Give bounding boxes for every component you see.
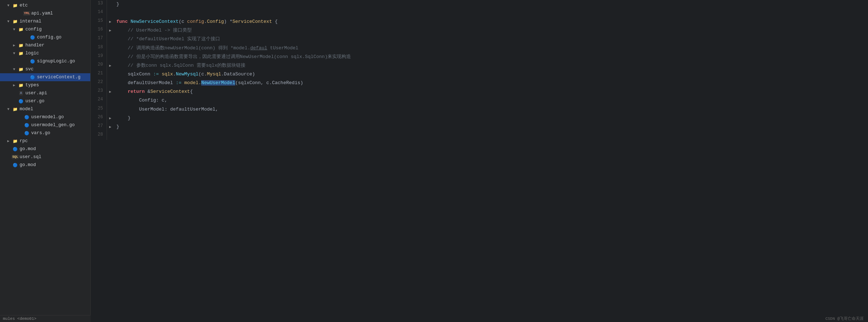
tree-label: api.yaml (31, 11, 53, 16)
tree-label: logic (25, 51, 39, 56)
file-icon-api: A (18, 90, 24, 96)
status-bar: CSDN @飞哥亡命天涯 (821, 315, 868, 322)
file-icon-folder: 📁 (18, 50, 24, 56)
code-line-14: 14 (91, 9, 868, 17)
tree-label: vars.go (31, 131, 50, 136)
tree-label: etc (20, 3, 28, 8)
tree-item-rpc-folder[interactable]: ▶📁rpc (0, 137, 90, 145)
tree-item-go-mod[interactable]: 🔵go.mod (0, 145, 90, 153)
tree-item-handler-folder[interactable]: ▶📁handler (0, 41, 90, 49)
code-line-26: 26 ▶ } (91, 114, 868, 123)
tree-item-go-mod2[interactable]: 🔵go.mod (0, 161, 90, 169)
code-line-25: 25 UserModel: defaultUserModel, (91, 105, 868, 114)
tree-label: svc (25, 67, 34, 72)
tree-label: go.mod (20, 162, 36, 168)
code-line-28: 28 (91, 131, 868, 140)
tree-arrow: ▼ (7, 20, 12, 24)
tree-arrow: ▼ (13, 28, 18, 32)
file-icon-go: 🔵 (18, 98, 24, 104)
tree-label: signupLogic.go (37, 59, 75, 64)
tree-item-config-folder[interactable]: ▼📁config (0, 25, 90, 33)
file-icon-go: 🔵 (30, 34, 36, 40)
file-icon-folder: 📁 (12, 18, 18, 24)
tree-arrow: ▶ (7, 139, 12, 143)
file-icon-folder: 📁 (18, 26, 24, 32)
tree-arrow: ▼ (13, 67, 18, 71)
code-line-27: 27 ▶ } (91, 123, 868, 131)
tree-item-internal-folder[interactable]: ▼📁internal (0, 17, 90, 25)
tree-item-api-yaml[interactable]: YMLapi.yaml (0, 9, 90, 17)
tree-label: user.sql (20, 154, 41, 160)
file-icon-go: 🔵 (24, 122, 30, 128)
status-text: CSDN @飞哥亡命天涯 (825, 317, 864, 321)
tree-item-vars-go[interactable]: 🔵vars.go (0, 129, 90, 137)
tree-label: internal (20, 19, 41, 24)
code-line-19: 19 // 但是小写的构造函数需要导出，因此需要通过调用NewUserModel… (91, 53, 868, 61)
tree-arrow: ▶ (13, 43, 18, 48)
file-icon-folder: 📁 (18, 42, 24, 48)
tree-arrow: ▼ (7, 4, 12, 8)
code-line-13: 13 } (91, 0, 868, 9)
file-tree: ▼📁etcYMLapi.yaml▼📁internal▼📁config🔵confi… (0, 0, 91, 322)
tree-arrow: ▼ (7, 107, 12, 111)
tree-label: user.api (25, 91, 47, 96)
code-lines: 13 } 14 15 ▶ func NewServiceContext(c co… (91, 0, 868, 140)
tree-label: rpc (20, 139, 28, 144)
code-line-22: 22 defaultUserModel := model.NewUserMode… (91, 79, 868, 87)
tree-arrow: ▼ (13, 51, 18, 55)
file-icon-sql: SQL (12, 154, 18, 160)
tree-item-usermodel-gen-go[interactable]: 🔵usermodel_gen.go (0, 121, 90, 129)
tree-label: serviceContext.g (37, 75, 80, 80)
tree-item-signupLogic-go[interactable]: 🔵signupLogic.go (0, 57, 90, 65)
tree-item-usermodel-go[interactable]: 🔵usermodel.go (0, 113, 90, 121)
tree-label: handler (25, 43, 45, 48)
tree-item-user-api[interactable]: Auser.api (0, 89, 90, 97)
tree-arrow: ▶ (13, 83, 18, 87)
file-icon-go: 🔵 (24, 130, 30, 136)
code-line-24: 24 Config: c, (91, 96, 868, 105)
tree-item-user-sql[interactable]: SQLuser.sql (0, 153, 90, 161)
code-line-16: 16 ▶ // UserModel -> 接口类型 (91, 26, 868, 35)
tree-item-config-go[interactable]: 🔵config.go (0, 33, 90, 41)
tree-label: usermodel.go (31, 115, 64, 120)
code-line-20: 20 ▶ // 参数conn sqlx.SqlConn 需要sqlx的数据块链接 (91, 61, 868, 70)
terminal-label: mules <demo01> (3, 317, 36, 321)
code-line-18: 18 // 调用构造函数newUserModel(conn) 得到 *model… (91, 44, 868, 53)
code-line-21: 21 sqlxConn := sqlx.NewMysql(c.Mysql.Dat… (91, 70, 868, 79)
code-editor[interactable]: 13 } 14 15 ▶ func NewServiceContext(c co… (91, 0, 868, 322)
tree-label: config (25, 27, 42, 32)
tree-label: usermodel_gen.go (31, 123, 75, 128)
tree-item-user-go[interactable]: 🔵user.go (0, 97, 90, 105)
file-icon-folder: 📁 (12, 3, 18, 8)
bottom-bar: mules <demo01> (0, 315, 91, 322)
tree-item-serviceContext-go[interactable]: 🔵serviceContext.g (0, 73, 90, 81)
file-icon-go: 🔵 (30, 74, 36, 80)
tree-item-svc-folder[interactable]: ▼📁svc (0, 65, 90, 73)
tree-item-logic-folder[interactable]: ▼📁logic (0, 49, 90, 57)
file-icon-go: 🔵 (24, 114, 30, 120)
tree-label: model (20, 107, 33, 112)
tree-label: types (25, 83, 39, 88)
file-icon-yaml: YML (24, 11, 30, 16)
file-icon-folder: 📁 (12, 106, 18, 112)
code-line-17: 17 // *defaultUserModel 实现了这个接口 (91, 35, 868, 44)
tree-item-types-folder[interactable]: ▶📁types (0, 81, 90, 89)
file-icon-go: 🔵 (12, 162, 18, 168)
tree-item-model-folder[interactable]: ▼📁model (0, 105, 90, 113)
tree-label: user.go (25, 99, 45, 104)
tree-label: config.go (37, 35, 62, 40)
tree-label: go.mod (20, 146, 36, 152)
code-line-15: 15 ▶ func NewServiceContext(c config.Con… (91, 17, 868, 26)
file-icon-folder: 📁 (12, 138, 18, 144)
code-line-23: 23 ▶ return &ServiceContext{ (91, 87, 868, 96)
file-icon-folder: 📁 (18, 82, 24, 88)
file-icon-go: 🔵 (12, 146, 18, 152)
file-icon-go: 🔵 (30, 58, 36, 64)
file-icon-folder: 📁 (18, 66, 24, 72)
tree-item-etc-folder[interactable]: ▼📁etc (0, 1, 90, 9)
